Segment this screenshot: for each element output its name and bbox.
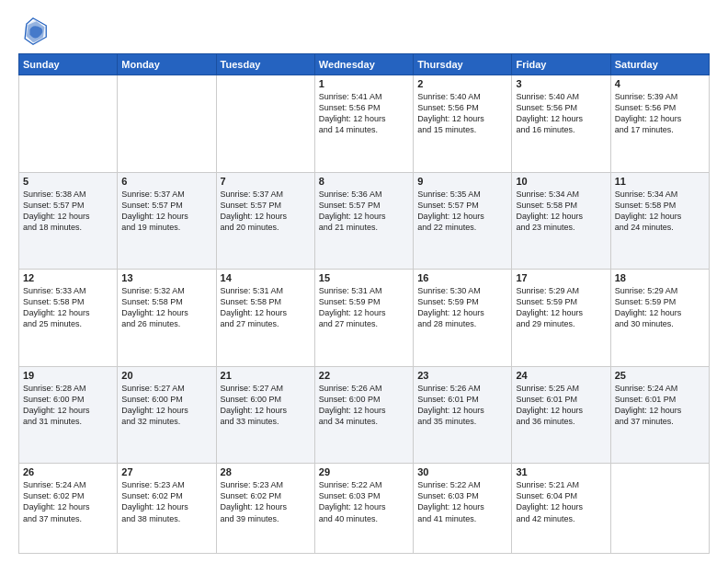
day-number: 4 <box>615 78 705 89</box>
day-info-text: Sunrise: 5:34 AM Sunset: 5:58 PM Dayligh… <box>615 189 705 234</box>
calendar-day-cell: 4Sunrise: 5:39 AM Sunset: 5:56 PM Daylig… <box>610 75 709 173</box>
day-number: 3 <box>516 78 606 89</box>
calendar-day-cell: 22Sunrise: 5:26 AM Sunset: 6:00 PM Dayli… <box>314 366 413 464</box>
day-info-text: Sunrise: 5:34 AM Sunset: 5:58 PM Dayligh… <box>516 189 606 234</box>
day-info-text: Sunrise: 5:24 AM Sunset: 6:01 PM Dayligh… <box>615 383 705 428</box>
day-info-text: Sunrise: 5:37 AM Sunset: 5:57 PM Dayligh… <box>221 189 311 234</box>
day-info-text: Sunrise: 5:27 AM Sunset: 6:00 PM Dayligh… <box>221 383 311 428</box>
day-number: 9 <box>417 176 507 187</box>
day-number: 15 <box>319 272 409 283</box>
calendar-day-cell: 12Sunrise: 5:33 AM Sunset: 5:58 PM Dayli… <box>19 270 118 367</box>
day-number: 29 <box>319 466 409 477</box>
day-number: 16 <box>417 272 507 283</box>
day-info-text: Sunrise: 5:41 AM Sunset: 5:56 PM Dayligh… <box>319 91 409 136</box>
day-info-text: Sunrise: 5:38 AM Sunset: 5:57 PM Dayligh… <box>23 189 113 234</box>
day-number: 28 <box>221 466 311 477</box>
calendar-day-cell: 30Sunrise: 5:22 AM Sunset: 6:03 PM Dayli… <box>414 464 512 554</box>
day-number: 31 <box>516 466 606 477</box>
calendar-week-row: 1Sunrise: 5:41 AM Sunset: 5:56 PM Daylig… <box>19 75 710 173</box>
calendar-day-cell: 24Sunrise: 5:25 AM Sunset: 6:01 PM Dayli… <box>512 366 610 464</box>
calendar-day-cell: 6Sunrise: 5:37 AM Sunset: 5:57 PM Daylig… <box>118 172 216 270</box>
calendar-day-cell: 3Sunrise: 5:40 AM Sunset: 5:56 PM Daylig… <box>512 75 610 173</box>
empty-day-cell <box>19 75 118 173</box>
calendar-day-cell: 1Sunrise: 5:41 AM Sunset: 5:56 PM Daylig… <box>314 75 413 173</box>
calendar-day-cell: 11Sunrise: 5:34 AM Sunset: 5:58 PM Dayli… <box>610 172 709 270</box>
calendar-day-cell: 21Sunrise: 5:27 AM Sunset: 6:00 PM Dayli… <box>216 366 314 464</box>
day-number: 18 <box>615 272 705 283</box>
logo-icon <box>18 17 48 46</box>
day-info-text: Sunrise: 5:30 AM Sunset: 5:59 PM Dayligh… <box>417 285 507 330</box>
calendar-day-cell: 13Sunrise: 5:32 AM Sunset: 5:58 PM Dayli… <box>118 270 216 367</box>
calendar-day-cell: 28Sunrise: 5:23 AM Sunset: 6:02 PM Dayli… <box>216 464 314 554</box>
calendar-day-cell: 19Sunrise: 5:28 AM Sunset: 6:00 PM Dayli… <box>19 366 118 464</box>
day-info-text: Sunrise: 5:36 AM Sunset: 5:57 PM Dayligh… <box>319 189 409 234</box>
day-number: 2 <box>417 78 507 89</box>
day-info-text: Sunrise: 5:40 AM Sunset: 5:56 PM Dayligh… <box>417 91 507 136</box>
day-info-text: Sunrise: 5:24 AM Sunset: 6:02 PM Dayligh… <box>23 479 113 524</box>
day-number: 25 <box>615 370 705 381</box>
calendar-day-cell: 25Sunrise: 5:24 AM Sunset: 6:01 PM Dayli… <box>610 366 709 464</box>
day-info-text: Sunrise: 5:22 AM Sunset: 6:03 PM Dayligh… <box>319 479 409 524</box>
day-number: 6 <box>121 176 211 187</box>
empty-day-cell <box>610 464 709 554</box>
calendar-week-row: 12Sunrise: 5:33 AM Sunset: 5:58 PM Dayli… <box>19 270 710 367</box>
day-number: 14 <box>221 272 311 283</box>
empty-day-cell <box>216 75 314 173</box>
day-number: 7 <box>221 176 311 187</box>
day-info-text: Sunrise: 5:33 AM Sunset: 5:58 PM Dayligh… <box>23 285 113 330</box>
calendar-day-cell: 8Sunrise: 5:36 AM Sunset: 5:57 PM Daylig… <box>314 172 413 270</box>
day-info-text: Sunrise: 5:39 AM Sunset: 5:56 PM Dayligh… <box>615 91 705 136</box>
day-number: 27 <box>121 466 211 477</box>
day-info-text: Sunrise: 5:29 AM Sunset: 5:59 PM Dayligh… <box>615 285 705 330</box>
calendar-day-cell: 2Sunrise: 5:40 AM Sunset: 5:56 PM Daylig… <box>414 75 512 173</box>
day-number: 11 <box>615 176 705 187</box>
day-info-text: Sunrise: 5:37 AM Sunset: 5:57 PM Dayligh… <box>121 189 211 234</box>
calendar-day-cell: 31Sunrise: 5:21 AM Sunset: 6:04 PM Dayli… <box>512 464 610 554</box>
calendar-day-cell: 7Sunrise: 5:37 AM Sunset: 5:57 PM Daylig… <box>216 172 314 270</box>
day-info-text: Sunrise: 5:31 AM Sunset: 5:58 PM Dayligh… <box>221 285 311 330</box>
calendar-day-cell: 27Sunrise: 5:23 AM Sunset: 6:02 PM Dayli… <box>118 464 216 554</box>
day-number: 20 <box>121 370 211 381</box>
weekday-header-sunday: Sunday <box>19 54 118 75</box>
calendar-day-cell: 10Sunrise: 5:34 AM Sunset: 5:58 PM Dayli… <box>512 172 610 270</box>
calendar-week-row: 19Sunrise: 5:28 AM Sunset: 6:00 PM Dayli… <box>19 366 710 464</box>
day-number: 19 <box>23 370 113 381</box>
day-info-text: Sunrise: 5:35 AM Sunset: 5:57 PM Dayligh… <box>417 189 507 234</box>
day-number: 1 <box>319 78 409 89</box>
calendar-week-row: 5Sunrise: 5:38 AM Sunset: 5:57 PM Daylig… <box>19 172 710 270</box>
weekday-header-thursday: Thursday <box>414 54 512 75</box>
weekday-header-tuesday: Tuesday <box>216 54 314 75</box>
day-info-text: Sunrise: 5:28 AM Sunset: 6:00 PM Dayligh… <box>23 383 113 428</box>
calendar-day-cell: 17Sunrise: 5:29 AM Sunset: 5:59 PM Dayli… <box>512 270 610 367</box>
day-info-text: Sunrise: 5:26 AM Sunset: 6:00 PM Dayligh… <box>319 383 409 428</box>
empty-day-cell <box>118 75 216 173</box>
day-info-text: Sunrise: 5:27 AM Sunset: 6:00 PM Dayligh… <box>121 383 211 428</box>
weekday-header-wednesday: Wednesday <box>314 54 413 75</box>
calendar-week-row: 26Sunrise: 5:24 AM Sunset: 6:02 PM Dayli… <box>19 464 710 554</box>
calendar-day-cell: 14Sunrise: 5:31 AM Sunset: 5:58 PM Dayli… <box>216 270 314 367</box>
day-number: 24 <box>516 370 606 381</box>
logo <box>18 17 51 46</box>
day-number: 10 <box>516 176 606 187</box>
day-info-text: Sunrise: 5:23 AM Sunset: 6:02 PM Dayligh… <box>121 479 211 524</box>
day-info-text: Sunrise: 5:32 AM Sunset: 5:58 PM Dayligh… <box>121 285 211 330</box>
day-info-text: Sunrise: 5:25 AM Sunset: 6:01 PM Dayligh… <box>516 383 606 428</box>
calendar-day-cell: 9Sunrise: 5:35 AM Sunset: 5:57 PM Daylig… <box>414 172 512 270</box>
weekday-header-friday: Friday <box>512 54 610 75</box>
day-number: 26 <box>23 466 113 477</box>
weekday-header-row: SundayMondayTuesdayWednesdayThursdayFrid… <box>19 54 710 75</box>
day-number: 30 <box>417 466 507 477</box>
day-info-text: Sunrise: 5:21 AM Sunset: 6:04 PM Dayligh… <box>516 479 606 524</box>
day-info-text: Sunrise: 5:29 AM Sunset: 5:59 PM Dayligh… <box>516 285 606 330</box>
day-info-text: Sunrise: 5:40 AM Sunset: 5:56 PM Dayligh… <box>516 91 606 136</box>
calendar-day-cell: 29Sunrise: 5:22 AM Sunset: 6:03 PM Dayli… <box>314 464 413 554</box>
day-number: 22 <box>319 370 409 381</box>
calendar-day-cell: 15Sunrise: 5:31 AM Sunset: 5:59 PM Dayli… <box>314 270 413 367</box>
header <box>18 17 710 46</box>
page: SundayMondayTuesdayWednesdayThursdayFrid… <box>0 0 728 563</box>
day-info-text: Sunrise: 5:23 AM Sunset: 6:02 PM Dayligh… <box>221 479 311 524</box>
calendar-day-cell: 18Sunrise: 5:29 AM Sunset: 5:59 PM Dayli… <box>610 270 709 367</box>
calendar-day-cell: 26Sunrise: 5:24 AM Sunset: 6:02 PM Dayli… <box>19 464 118 554</box>
weekday-header-saturday: Saturday <box>610 54 709 75</box>
day-number: 17 <box>516 272 606 283</box>
